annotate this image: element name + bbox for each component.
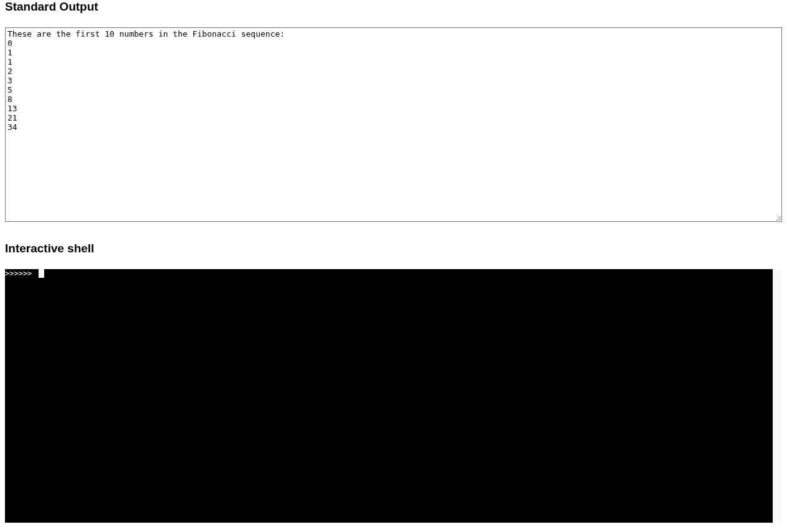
stdout-textarea[interactable] xyxy=(5,27,782,222)
interactive-shell[interactable]: >>>>>> xyxy=(5,269,782,523)
shell-content[interactable]: >>>>>> xyxy=(5,269,782,278)
shell-heading: Interactive shell xyxy=(5,242,782,255)
stdout-heading: Standard Output xyxy=(5,0,782,14)
shell-scrollbar[interactable] xyxy=(773,269,782,523)
shell-cursor-icon xyxy=(39,269,44,278)
shell-prompt: >>>>>> xyxy=(5,269,37,278)
